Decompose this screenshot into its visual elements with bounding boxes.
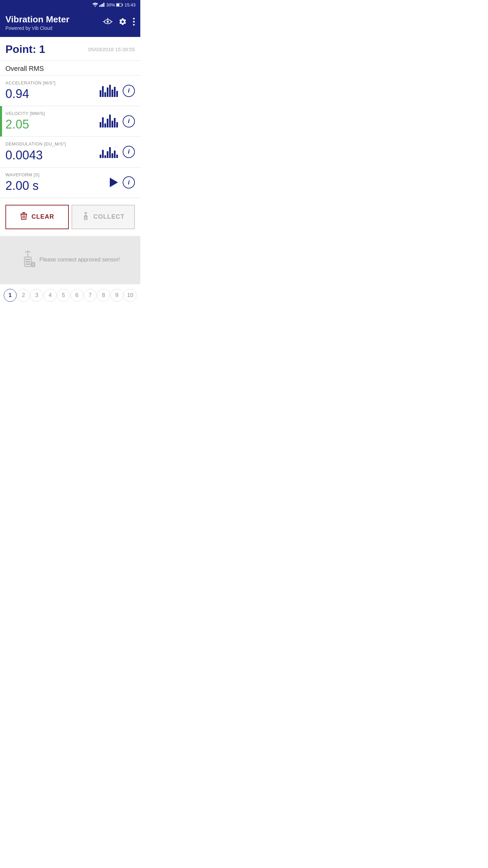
measurement-label-acceleration: ACCELERATION [m/s2]: [5, 80, 100, 85]
nav-num-8[interactable]: 8: [97, 289, 110, 302]
measurement-label-waveform: WAVEFORM [s]: [5, 172, 110, 177]
svg-rect-26: [25, 259, 30, 260]
point-label: Point: 1: [5, 43, 45, 56]
clock-time: 15:43: [124, 2, 136, 7]
measurement-value-velocity: 2.05: [5, 117, 100, 132]
bar-chart-icon-demodulation[interactable]: [100, 146, 118, 158]
sensor-connect-text: Please connect approved sensor!: [39, 257, 120, 263]
svg-rect-7: [117, 4, 119, 6]
collect-sensor-icon: [82, 212, 89, 222]
row-right-velocity: i: [100, 115, 135, 127]
row-right-waveform: i: [110, 176, 135, 189]
svg-rect-23: [85, 216, 87, 217]
point-section: Point: 1 05/03/2018 15:39:55: [0, 37, 140, 61]
svg-rect-27: [25, 261, 30, 262]
svg-rect-2: [101, 4, 102, 7]
measurement-label-demodulation: DEMODULATION [du_m/s2]: [5, 141, 100, 146]
svg-point-0: [95, 6, 96, 7]
signal-icon: [99, 3, 105, 7]
battery-percent: 30%: [106, 2, 115, 7]
svg-rect-18: [22, 212, 25, 213]
nav-num-6[interactable]: 6: [70, 289, 83, 302]
collect-button[interactable]: COLLECT: [72, 205, 135, 229]
svg-rect-6: [122, 4, 123, 5]
info-icon-demodulation[interactable]: i: [123, 146, 135, 158]
point-timestamp: 05/03/2018 15:39:55: [88, 46, 135, 52]
bar-chart-icon-acceleration[interactable]: [100, 85, 118, 97]
nav-num-3[interactable]: 3: [30, 289, 43, 302]
header-icons-group: [103, 18, 135, 28]
svg-point-13: [107, 18, 108, 19]
sensor-header-icon[interactable]: [103, 18, 113, 27]
app-subtitle: Powered by Vib Cloud: [5, 25, 69, 31]
measurement-rows: ACCELERATION [m/s2]0.94iVELOCITY [mm/s]2…: [0, 75, 140, 198]
nav-num-2[interactable]: 2: [17, 289, 30, 302]
svg-rect-3: [102, 4, 103, 7]
status-icons: 30% 15:43: [93, 2, 136, 7]
sensor-large-icon: i: [20, 250, 35, 270]
more-options-icon[interactable]: [133, 18, 135, 28]
nav-num-7[interactable]: 7: [84, 289, 97, 302]
nav-num-4[interactable]: 4: [44, 289, 57, 302]
play-icon-waveform[interactable]: [110, 178, 118, 187]
info-icon-acceleration[interactable]: i: [123, 85, 135, 97]
settings-icon[interactable]: [119, 18, 127, 28]
nav-num-9[interactable]: 9: [110, 289, 123, 302]
row-right-acceleration: i: [100, 85, 135, 97]
svg-rect-1: [99, 5, 100, 7]
measurement-row-velocity: VELOCITY [mm/s]2.05i: [0, 106, 140, 137]
svg-point-16: [133, 24, 135, 25]
buttons-section: CLEAR COLLECT: [0, 198, 140, 236]
nav-num-5[interactable]: 5: [57, 289, 70, 302]
status-bar: 30% 15:43: [0, 0, 140, 9]
app-header: Vibration Meter Powered by Vib Cloud: [0, 9, 140, 37]
info-icon-waveform[interactable]: i: [123, 176, 135, 189]
trash-icon: [20, 212, 27, 222]
measurement-row-waveform: WAVEFORM [s]2.00 si: [0, 167, 140, 198]
collect-label: COLLECT: [94, 213, 125, 220]
svg-rect-4: [103, 3, 104, 7]
nav-num-10[interactable]: 10: [124, 289, 137, 302]
overall-rms-label: Overall RMS: [0, 61, 140, 75]
measurement-row-acceleration: ACCELERATION [m/s2]0.94i: [0, 76, 140, 106]
measurement-row-demodulation: DEMODULATION [du_m/s2]0.0043i: [0, 137, 140, 167]
svg-rect-24: [85, 218, 87, 218]
row-right-demodulation: i: [100, 146, 135, 158]
measurement-label-velocity: VELOCITY [mm/s]: [5, 111, 100, 116]
clear-button[interactable]: CLEAR: [5, 205, 69, 229]
app-title: Vibration Meter: [5, 14, 69, 25]
svg-point-14: [133, 18, 135, 19]
sensor-connect-inner: i Please connect approved sensor!: [20, 250, 120, 270]
measurement-value-acceleration: 0.94: [5, 87, 100, 101]
svg-rect-28: [25, 263, 30, 265]
measurement-value-waveform: 2.00 s: [5, 179, 110, 193]
clear-label: CLEAR: [32, 213, 54, 220]
info-icon-velocity[interactable]: i: [123, 115, 135, 127]
wifi-icon: [93, 3, 98, 7]
sensor-connect-area: i Please connect approved sensor!: [0, 236, 140, 284]
battery-icon: [116, 3, 123, 7]
bottom-nav: 12345678910: [0, 284, 140, 307]
nav-num-1[interactable]: 1: [4, 289, 17, 302]
measurement-value-demodulation: 0.0043: [5, 148, 100, 162]
svg-point-9: [107, 21, 109, 23]
bar-chart-icon-velocity[interactable]: [100, 115, 118, 127]
header-title-block: Vibration Meter Powered by Vib Cloud: [5, 14, 69, 31]
svg-point-15: [133, 21, 135, 22]
